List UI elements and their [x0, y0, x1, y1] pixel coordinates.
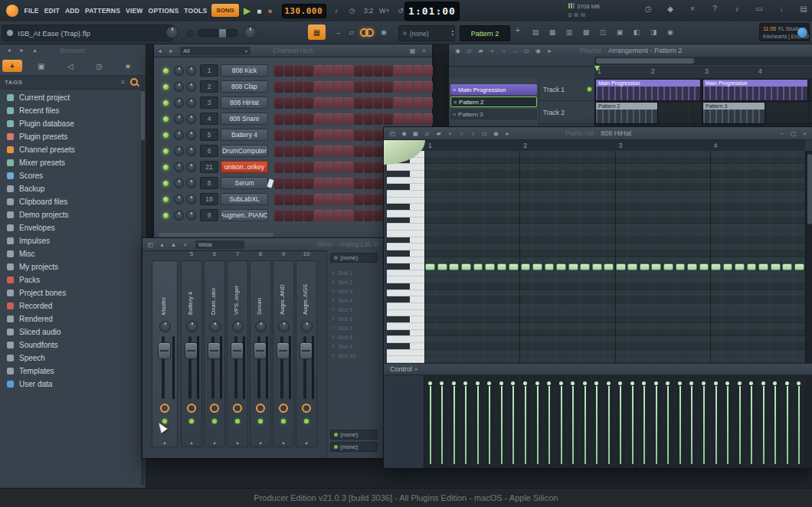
step-cell[interactable]	[304, 97, 313, 109]
velocity-bar[interactable]	[710, 375, 722, 468]
effect-slot[interactable]: Slot 4	[332, 296, 376, 305]
preview-icon[interactable]: ▸	[502, 129, 513, 138]
touch-controller-icon[interactable]: ◨	[647, 26, 660, 38]
browser-scroll-thumb[interactable]	[141, 91, 145, 140]
step-cell[interactable]	[344, 65, 353, 77]
midi-note[interactable]	[521, 263, 531, 270]
piano-key-black[interactable]	[387, 283, 424, 290]
playlist-hscrollbar[interactable]	[594, 57, 812, 65]
browser-item[interactable]: Mixer presets	[0, 156, 139, 169]
mute-led-icon[interactable]	[281, 419, 286, 424]
step-cell[interactable]	[274, 194, 283, 205]
effect-slot[interactable]: Slot 9	[332, 342, 376, 351]
step-cell[interactable]	[384, 113, 393, 125]
piano-key-black[interactable]	[387, 316, 424, 323]
channel-volume-knob[interactable]	[186, 82, 196, 92]
step-cell[interactable]	[314, 65, 323, 77]
menu-edit[interactable]: EDIT	[41, 7, 62, 15]
pattern-chip[interactable]: ≡Main Progression	[450, 84, 537, 95]
send-slot[interactable]: (none)	[330, 430, 378, 440]
step-cell[interactable]	[334, 65, 343, 77]
step-cell[interactable]	[274, 210, 283, 221]
files-icon[interactable]: ▤	[796, 3, 811, 15]
snap-icon[interactable]: ◆	[452, 46, 463, 55]
step-cell[interactable]	[324, 146, 333, 157]
browser-item[interactable]: Backup	[0, 182, 139, 195]
search-icon[interactable]	[130, 78, 139, 87]
step-cell[interactable]	[424, 81, 433, 93]
slip-icon[interactable]: ↔	[509, 46, 521, 55]
mixer-strip[interactable]: Serum▲	[250, 260, 271, 447]
mixer-strip-master[interactable]: Master▲	[152, 260, 178, 447]
send-knob-icon[interactable]	[187, 404, 196, 413]
strip-pan-knob[interactable]	[186, 321, 198, 332]
step-cell[interactable]	[424, 65, 433, 77]
effect-slot[interactable]: Slot 10	[332, 351, 376, 360]
velocity-bar[interactable]	[424, 375, 437, 468]
step-cell[interactable]	[314, 162, 323, 173]
channel-name-button[interactable]: 808 Clap	[221, 80, 268, 93]
mute-led-icon[interactable]	[304, 419, 309, 424]
piano-key-black[interactable]	[387, 263, 424, 270]
step-cell[interactable]	[414, 113, 423, 125]
step-cell[interactable]	[304, 113, 313, 125]
effect-slot[interactable]: Slot 7	[332, 323, 376, 332]
mixer-toggle-icon[interactable]: ▩	[579, 26, 593, 38]
delete-icon[interactable]: ×	[486, 46, 498, 55]
browser-toggle-icon[interactable]: ◫	[596, 26, 610, 38]
step-cell[interactable]	[284, 210, 293, 221]
step-cell[interactable]	[354, 146, 363, 157]
piano-key-white[interactable]	[387, 191, 424, 198]
channel-filter-dropdown[interactable]: All ▾	[180, 47, 250, 55]
mixer-strip[interactable]: Augm..NGS▲	[296, 260, 317, 447]
step-cell[interactable]	[394, 65, 403, 77]
step-cell[interactable]	[394, 113, 403, 125]
tags-menu-icon[interactable]: ≡	[117, 78, 129, 87]
step-cell[interactable]	[324, 210, 333, 221]
browse-tab-icon[interactable]: +	[2, 60, 22, 72]
channel-rack-titlebar[interactable]: ◂ ▸ All ▾ Channel rack ▦≡	[154, 44, 432, 57]
channel-name-button[interactable]: SubLabXL	[221, 193, 268, 205]
step-cell[interactable]	[384, 97, 393, 109]
step-cell[interactable]	[354, 178, 363, 189]
piano-roll-vscrollbar[interactable]	[805, 151, 812, 363]
velocity-lane[interactable]	[424, 375, 805, 468]
step-cell[interactable]	[294, 146, 303, 157]
piano-key-black[interactable]	[387, 171, 424, 178]
selected-generator-display[interactable]: (none)	[398, 25, 455, 41]
step-cell[interactable]	[274, 162, 283, 173]
midi-note[interactable]	[640, 263, 650, 270]
step-cell[interactable]	[324, 113, 333, 125]
piano-key-black[interactable]	[387, 184, 424, 191]
browser-item[interactable]: Soundfonts	[0, 339, 139, 352]
piano-key-black[interactable]	[387, 204, 424, 211]
menu-file[interactable]: FILE	[21, 7, 41, 15]
step-cell[interactable]	[344, 97, 353, 109]
monitor-icon[interactable]: ▭	[751, 3, 767, 15]
piano-roll-vscroll-thumb[interactable]	[807, 154, 812, 224]
channel-name-button[interactable]: 808 Snare	[221, 113, 268, 125]
step-cell[interactable]	[354, 194, 363, 205]
step-cell[interactable]	[274, 178, 283, 189]
mute-icon[interactable]: ○	[456, 129, 467, 138]
channel-number-button[interactable]: 21	[200, 161, 218, 173]
step-cell[interactable]	[324, 162, 333, 173]
step-cell[interactable]	[294, 129, 303, 141]
velocity-bar[interactable]	[758, 375, 770, 468]
velocity-bar[interactable]	[674, 375, 686, 468]
step-cell[interactable]	[374, 210, 383, 221]
midi-note[interactable]	[663, 263, 673, 270]
slice-icon[interactable]: /	[467, 129, 479, 138]
browser-item[interactable]: Project bones	[0, 286, 139, 299]
add-pattern-button[interactable]: +	[513, 26, 522, 34]
plugin-fruit-icon[interactable]: ◆	[663, 3, 678, 15]
fader-handle[interactable]	[231, 342, 244, 359]
mixer-track-number[interactable]: 5	[181, 250, 202, 257]
velocity-bar[interactable]	[543, 375, 555, 468]
step-cell[interactable]	[354, 113, 363, 125]
menu-view[interactable]: VIEW	[123, 7, 146, 15]
channel-pan-knob[interactable]	[174, 130, 184, 140]
channel-name-button[interactable]: unison..onkey	[221, 161, 268, 173]
back-icon[interactable]: ◂	[3, 45, 15, 54]
midi-note[interactable]	[771, 263, 781, 270]
